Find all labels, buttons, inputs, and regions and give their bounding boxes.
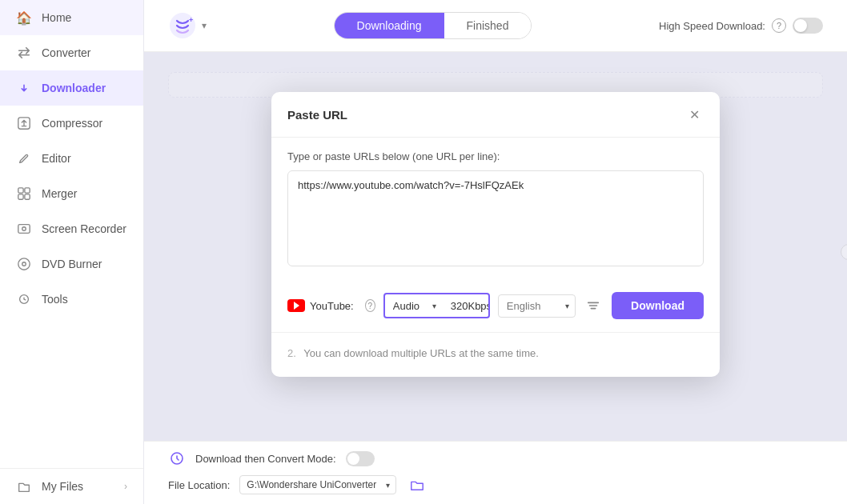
modal-body: Type or paste URLs below (one URL per li…: [271, 138, 720, 282]
svg-point-8: [18, 258, 30, 270]
compressor-icon: [16, 115, 32, 131]
svg-text:+: +: [189, 16, 193, 24]
language-select[interactable]: English Chinese Japanese: [498, 294, 576, 318]
modal-header: Paste URL ✕: [271, 92, 720, 138]
modal-footer: YouTube: ? Video Audio MP3: [271, 282, 720, 332]
downloader-icon: [16, 80, 32, 96]
file-path-select[interactable]: G:\Wondershare UniConverter: [239, 475, 396, 494]
language-select-wrapper: English Chinese Japanese: [498, 294, 576, 318]
sidebar-item-label: Downloader: [42, 82, 106, 94]
modal-overlay: Paste URL ✕ Type or paste URLs below (on…: [144, 52, 847, 441]
youtube-label: YouTube:: [310, 300, 354, 312]
main-content: + ▾ Downloading Finished High Speed Down…: [144, 0, 847, 504]
sidebar-bottom: My Files ›: [0, 468, 143, 504]
topbar: + ▾ Downloading Finished High Speed Down…: [144, 0, 847, 52]
convert-mode-label: Download then Convert Mode:: [195, 453, 336, 465]
logo-area: + ▾: [168, 11, 207, 40]
tools-icon: [16, 291, 32, 307]
sidebar-item-label: Compressor: [42, 117, 102, 130]
youtube-icon: [287, 299, 305, 312]
svg-rect-5: [25, 194, 30, 199]
modal-instruction: Type or paste URLs below (one URL per li…: [287, 150, 704, 162]
sidebar-item-label: Merger: [42, 187, 77, 200]
my-files-expand-icon: ›: [124, 481, 127, 492]
bottombar: Download then Convert Mode: File Locatio…: [144, 441, 847, 504]
svg-point-7: [22, 227, 26, 231]
settings-icon-button[interactable]: [584, 293, 604, 318]
quality-select-wrapper: 320Kbps 256Kbps 192Kbps 128Kbps: [443, 295, 490, 317]
svg-rect-3: [25, 188, 30, 193]
my-files-label: My Files: [42, 480, 83, 493]
folder-browse-button[interactable]: [406, 474, 428, 496]
source-help-icon[interactable]: ?: [365, 299, 375, 312]
tab-downloading[interactable]: Downloading: [335, 13, 444, 38]
my-files-icon: [16, 478, 32, 494]
sidebar-item-downloader[interactable]: Downloader: [0, 70, 143, 106]
tab-finished[interactable]: Finished: [444, 13, 532, 38]
paste-url-modal: Paste URL ✕ Type or paste URLs below (on…: [271, 92, 720, 377]
toggle-knob: [794, 19, 807, 32]
sidebar-item-label: Home: [42, 11, 71, 24]
sidebar-item-merger[interactable]: Merger: [0, 176, 143, 211]
convert-mode-toggle[interactable]: [346, 451, 375, 466]
converter-icon: [16, 45, 32, 61]
modal-title: Paste URL: [287, 108, 347, 122]
convert-mode-toggle-knob: [347, 453, 359, 465]
dvd-burner-icon: [16, 256, 32, 272]
editor-icon: [16, 150, 32, 166]
format-quality-group: Video Audio MP3 320Kbps 256Kbps 192Kbps: [383, 293, 490, 318]
sidebar-item-dvd-burner[interactable]: DVD Burner: [0, 246, 143, 282]
convert-mode-row: Download then Convert Mode:: [168, 450, 823, 467]
sidebar-item-label: Tools: [42, 293, 68, 306]
hint-row-1: 2. You can download multiple URLs at the…: [287, 341, 704, 366]
sidebar-item-label: Converter: [42, 46, 90, 59]
sidebar-item-label: Editor: [42, 152, 71, 165]
url-input[interactable]: https://www.youtube.com/watch?v=-7HslFQz…: [287, 170, 704, 266]
modal-hints: 2. You can download multiple URLs at the…: [271, 332, 720, 377]
download-button[interactable]: Download: [612, 292, 704, 319]
format-select-wrapper: Video Audio MP3: [385, 295, 443, 317]
svg-point-9: [22, 262, 26, 266]
timer-icon: [168, 450, 186, 467]
svg-rect-2: [18, 188, 23, 193]
screen-recorder-icon: [16, 221, 32, 237]
format-select[interactable]: Video Audio MP3: [385, 295, 443, 317]
sidebar-item-editor[interactable]: Editor: [0, 141, 143, 176]
sidebar-item-converter[interactable]: Converter: [0, 35, 143, 70]
sidebar-item-screen-recorder[interactable]: Screen Recorder: [0, 211, 143, 246]
content-area: Paste URL ✕ Type or paste URLs below (on…: [144, 52, 847, 441]
sidebar-item-tools[interactable]: Tools: [0, 282, 143, 317]
sidebar-item-label: Screen Recorder: [42, 222, 126, 235]
home-icon: 🏠: [16, 10, 32, 26]
highspeed-label: High Speed Download:: [659, 20, 765, 32]
modal-close-button[interactable]: ✕: [684, 105, 704, 124]
highspeed-toggle[interactable]: [793, 18, 823, 34]
file-path-select-wrapper: G:\Wondershare UniConverter: [239, 475, 396, 494]
quality-select[interactable]: 320Kbps 256Kbps 192Kbps 128Kbps: [443, 295, 490, 317]
file-location-row: File Location: G:\Wondershare UniConvert…: [168, 474, 823, 496]
highspeed-area: High Speed Download: ?: [659, 18, 823, 34]
youtube-badge: YouTube:: [287, 299, 354, 312]
sidebar-item-home[interactable]: 🏠 Home: [0, 0, 143, 35]
highspeed-help-icon[interactable]: ?: [772, 18, 786, 33]
sidebar-item-compressor[interactable]: Compressor: [0, 106, 143, 141]
file-location-label: File Location:: [168, 479, 230, 491]
merger-icon: [16, 186, 32, 202]
svg-rect-6: [18, 225, 30, 234]
sidebar: 🏠 Home Converter Downloader Compressor E…: [0, 0, 144, 504]
sidebar-item-label: DVD Burner: [42, 258, 102, 270]
youtube-play-icon: [294, 302, 299, 310]
app-logo: +: [168, 11, 197, 40]
svg-rect-4: [18, 194, 23, 199]
tab-group: Downloading Finished: [334, 12, 532, 39]
logo-dropdown-icon[interactable]: ▾: [202, 20, 207, 31]
sidebar-item-my-files[interactable]: My Files ›: [0, 469, 143, 504]
